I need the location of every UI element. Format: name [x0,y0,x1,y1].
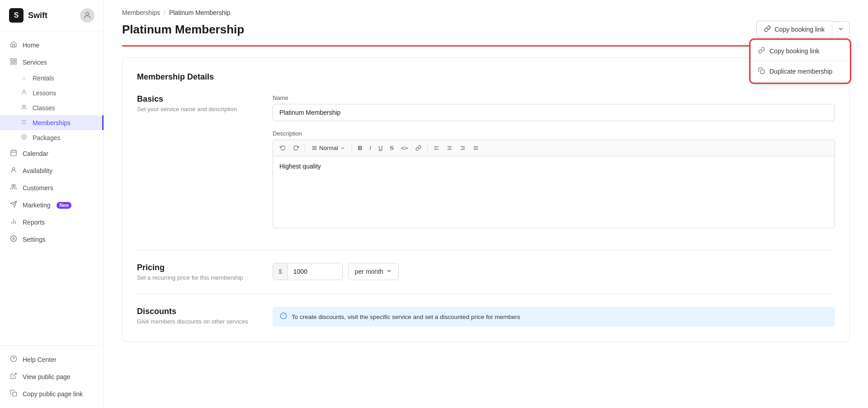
marketing-badge: New [57,202,71,209]
svg-rect-12 [11,150,16,156]
svg-point-0 [86,12,89,15]
per-period-chevron-icon [386,268,392,275]
sidebar-item-lessons[interactable]: Lessons [0,85,104,100]
rte-redo-button[interactable] [290,143,302,153]
pricing-section: Pricing Set a recurring price for this m… [137,263,835,281]
services-icon [9,58,18,67]
copy-booking-link-button[interactable]: Copy booking link [756,21,832,38]
copy-link-btn-icon [764,25,771,33]
rte-bold-button[interactable]: B [355,143,365,153]
sidebar-item-customers[interactable]: Customers [0,179,104,197]
rte-align-left-button[interactable] [430,143,443,153]
sidebar-item-availability[interactable]: Availability [0,162,104,179]
availability-icon [9,166,18,175]
sidebar-item-reports[interactable]: Reports [0,214,104,231]
rte-divider-1 [305,144,305,152]
sidebar-item-calendar[interactable]: Calendar [0,145,104,162]
rte-justify-button[interactable] [470,143,482,153]
sidebar-item-settings[interactable]: Settings [0,231,104,248]
avatar[interactable] [80,8,94,23]
sidebar-item-packages[interactable]: Packages [0,130,104,145]
page-title: Platinum Membership [122,23,244,37]
rte-code-button[interactable]: <> [398,143,411,153]
svg-point-18 [14,185,15,187]
dropdown-item-duplicate-membership[interactable]: Duplicate membership [751,62,849,80]
rte-undo-button[interactable] [277,143,289,153]
name-field-label: Name [273,94,835,101]
description-text: Highest quality [279,163,321,170]
sidebar-item-classes-label: Classes [33,104,55,112]
basics-label-col: Basics Set your service name and descrip… [137,94,273,237]
sidebar-item-memberships[interactable]: Memberships [0,115,104,130]
pricing-sublabel: Set a recurring price for this membershi… [137,274,273,281]
breadcrumb-current: Platinum Membership [169,9,230,16]
memberships-icon [20,119,28,127]
rte-underline-button[interactable]: U [375,143,386,153]
basics-section: Basics Set your service name and descrip… [137,94,835,237]
sidebar-bottom: Help Center View public page Copy public… [0,345,104,408]
sidebar-item-marketing[interactable]: Marketing New [0,197,104,214]
pricing-fields: $ per month [273,263,835,281]
rte-content[interactable]: Highest quality [273,156,835,228]
sidebar: S Swift Home Services ○ Rentals [0,0,104,408]
section-divider-2 [137,294,835,294]
svg-point-24 [13,238,14,239]
rte-link-button[interactable] [412,143,425,153]
sidebar-item-packages-label: Packages [33,134,60,141]
sidebar-item-view-public-page[interactable]: View public page [0,368,104,385]
membership-details-title: Membership Details [137,72,835,82]
dropdown-toggle-button[interactable] [832,21,850,38]
sidebar-item-rentals-label: Rentals [33,75,54,82]
sidebar-item-home[interactable]: Home [0,37,104,54]
pricing-row: $ per month [273,263,835,280]
svg-rect-28 [13,392,17,396]
home-icon [9,41,18,50]
sidebar-item-view-public-page-label: View public page [23,373,71,380]
sidebar-item-help-center-label: Help Center [23,356,57,363]
customers-icon [9,183,18,192]
svg-rect-4 [14,62,16,64]
dropdown-copy-link-icon [758,47,765,55]
marketing-icon [9,201,18,210]
reports-icon [9,218,18,227]
rte-align-right-button[interactable] [457,143,469,153]
content-area: Membership Details Basics Set your servi… [104,47,868,408]
breadcrumb-parent[interactable]: Memberships [122,9,160,16]
svg-point-16 [12,168,14,170]
rte-style-select[interactable]: Normal [308,143,349,153]
price-input[interactable] [288,263,342,280]
per-period-button[interactable]: per month [348,263,399,280]
price-prefix: $ [273,263,288,280]
sidebar-item-rentals[interactable]: ○ Rentals [0,71,104,85]
settings-icon [9,235,18,244]
per-period-label: per month [355,268,383,275]
discounts-sublabel: Give members discounts on other services [137,318,273,325]
classes-icon [20,104,28,112]
app-logo: S [9,8,24,23]
chevron-down-icon [838,26,844,33]
svg-rect-2 [14,59,16,61]
membership-details-card: Membership Details Basics Set your servi… [122,57,850,342]
sidebar-item-marketing-label: Marketing [23,202,50,209]
description-field-group: Description Normal [273,130,835,228]
main-content: Memberships / Platinum Membership Platin… [104,0,868,408]
dropdown-item-copy-booking-link[interactable]: Copy booking link [751,42,849,60]
info-icon [280,312,287,321]
sidebar-item-classes[interactable]: Classes [0,100,104,115]
rte-strikethrough-button[interactable]: S [387,143,397,153]
sidebar-header: S Swift [0,0,104,31]
sidebar-item-help-center[interactable]: Help Center [0,351,104,368]
page-header: Memberships / Platinum Membership Platin… [104,0,868,47]
price-input-wrap: $ [273,263,343,280]
rte-italic-button[interactable]: I [366,143,374,153]
sidebar-item-services[interactable]: Services [0,54,104,71]
rte-align-center-button[interactable] [443,143,456,153]
pricing-label-col: Pricing Set a recurring price for this m… [137,263,273,281]
svg-point-7 [24,105,26,107]
lessons-icon [20,89,28,97]
sidebar-item-copy-public-page-link[interactable]: Copy public page link [0,385,104,403]
svg-rect-3 [11,62,13,64]
rte-divider-3 [427,144,428,152]
sidebar-item-lessons-label: Lessons [33,89,56,97]
name-input[interactable] [273,104,835,121]
